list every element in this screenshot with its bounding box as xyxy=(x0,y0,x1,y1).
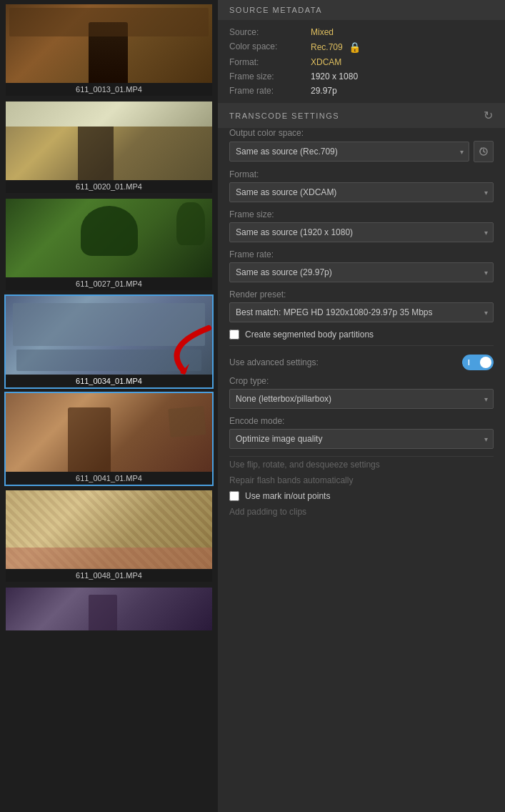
thumbnail-image xyxy=(6,199,212,277)
repair-flash-label: Repair flash bands automatically xyxy=(229,475,353,485)
frame-rate-label: Frame rate: xyxy=(229,86,308,96)
crop-type-group: Crop type: None (letterbox/pillarbox) ▾ xyxy=(229,376,494,409)
create-segmented-label: Create segmented body partitions xyxy=(245,330,374,340)
flip-rotate-row: Use flip, rotate, and desqueeze settings xyxy=(229,460,494,470)
refresh-icon[interactable]: ↻ xyxy=(484,109,494,122)
thumbnail-image xyxy=(6,588,212,630)
use-mark-checkbox[interactable] xyxy=(229,491,239,501)
output-color-space-label: Output color space: xyxy=(229,128,494,138)
thumbnail-label: 611_0041_01.MP4 xyxy=(6,472,212,485)
advanced-settings-row: Use advanced settings: I xyxy=(229,349,494,376)
thumbnail-image xyxy=(6,296,212,375)
crop-type-select[interactable]: None (letterbox/pillarbox) xyxy=(229,389,494,409)
encode-mode-select[interactable]: Optimize image quality xyxy=(229,429,494,449)
add-padding-row: Add padding to clips xyxy=(229,507,494,517)
thumbnail-label: 611_0048_01.MP4 xyxy=(6,569,212,582)
encode-mode-group: Encode mode: Optimize image quality ▾ xyxy=(229,416,494,449)
thumbnail-item[interactable]: 611_0020_01.MP4 xyxy=(4,100,214,194)
frame-size-select[interactable]: Same as source (1920 x 1080) xyxy=(229,222,494,242)
format-group: Format: Same as source (XDCAM) ▾ xyxy=(229,169,494,202)
render-preset-group: Render preset: Best match: MPEG HD 1920x… xyxy=(229,289,494,322)
right-panel: SOURCE METADATA Source: Mixed Color spac… xyxy=(218,0,505,812)
render-preset-label: Render preset: xyxy=(229,289,494,299)
output-color-space-group: Output color space: Same as source (Rec.… xyxy=(229,128,494,162)
use-mark-label: Use mark in/out points xyxy=(245,491,330,501)
encode-mode-label: Encode mode: xyxy=(229,416,494,426)
source-metadata-header: SOURCE METADATA xyxy=(218,0,505,20)
thumbnail-list: 611_0013_01.MP4 611_0020_01.MP4 611_0027… xyxy=(0,0,218,812)
thumbnail-item[interactable]: 611_0041_01.MP4 xyxy=(4,392,214,486)
frame-rate-value: 29.97p xyxy=(311,86,494,96)
thumbnail-item[interactable]: 611_0034_01.MP4 xyxy=(4,294,214,389)
frame-size-group: Frame size: Same as source (1920 x 1080)… xyxy=(229,209,494,242)
format-label: Format: xyxy=(229,57,308,67)
metadata-grid: Source: Mixed Color space: Rec.709 🔒 For… xyxy=(218,20,505,103)
color-space-value: Rec.709 🔒 xyxy=(311,41,494,53)
transcode-settings-header: TRANSCODE SETTINGS ↻ xyxy=(218,103,505,128)
thumbnail-label: 611_0034_01.MP4 xyxy=(6,375,212,387)
crop-type-label: Crop type: xyxy=(229,376,494,386)
settings-section: Output color space: Same as source (Rec.… xyxy=(218,128,505,812)
thumbnail-image xyxy=(6,102,212,180)
frame-size-field-label: Frame size: xyxy=(229,209,494,219)
create-segmented-row: Create segmented body partitions xyxy=(229,330,494,340)
thumbnail-image xyxy=(6,490,212,569)
use-mark-row: Use mark in/out points xyxy=(229,491,494,501)
thumbnail-label: 611_0027_01.MP4 xyxy=(6,277,212,290)
source-value: Mixed xyxy=(311,27,494,37)
thumbnail-item[interactable]: 611_0013_01.MP4 xyxy=(4,3,214,97)
advanced-settings-label: Use advanced settings: xyxy=(229,357,319,367)
format-value: XDCAM xyxy=(311,57,494,67)
color-action-button[interactable] xyxy=(474,141,494,162)
repair-flash-row: Repair flash bands automatically xyxy=(229,475,494,485)
thumbnail-item[interactable]: 611_0048_01.MP4 xyxy=(4,489,214,583)
thumbnail-image xyxy=(6,4,212,83)
frame-rate-select[interactable]: Same as source (29.97p) xyxy=(229,262,494,282)
lock-icon: 🔒 xyxy=(349,41,361,53)
color-space-label: Color space: xyxy=(229,41,308,53)
thumbnail-image xyxy=(6,393,212,472)
output-color-space-select[interactable]: Same as source (Rec.709) xyxy=(229,142,469,162)
thumbnail-item[interactable]: 611_0027_01.MP4 xyxy=(4,197,214,292)
format-select[interactable]: Same as source (XDCAM) xyxy=(229,182,494,202)
create-segmented-checkbox[interactable] xyxy=(229,330,239,340)
format-field-label: Format: xyxy=(229,169,494,179)
flip-rotate-label: Use flip, rotate, and desqueeze settings xyxy=(229,460,380,470)
frame-size-label: Frame size: xyxy=(229,71,308,81)
frame-size-value: 1920 x 1080 xyxy=(311,71,494,81)
thumbnail-item[interactable] xyxy=(4,586,214,632)
add-padding-label: Add padding to clips xyxy=(229,507,306,517)
thumbnail-label: 611_0013_01.MP4 xyxy=(6,83,212,96)
frame-rate-field-label: Frame rate: xyxy=(229,249,494,259)
source-label: Source: xyxy=(229,27,308,37)
thumbnail-label: 611_0020_01.MP4 xyxy=(6,180,212,193)
render-preset-select[interactable]: Best match: MPEG HD 1920x1080-29.97p 35 … xyxy=(229,302,494,322)
frame-rate-group: Frame rate: Same as source (29.97p) ▾ xyxy=(229,249,494,282)
advanced-settings-toggle[interactable]: I xyxy=(462,355,494,370)
